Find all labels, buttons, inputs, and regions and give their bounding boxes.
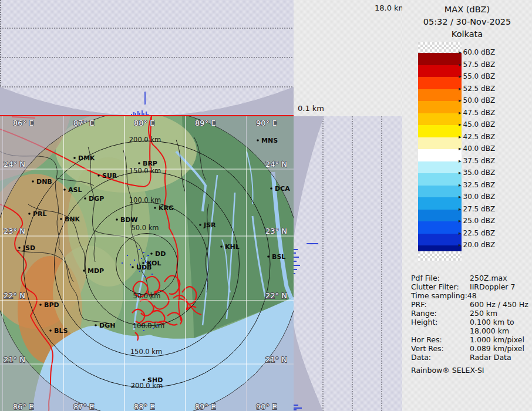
range-ring-label: 50.0 km <box>133 292 160 300</box>
legend-tick-arrow-icon: ▸ <box>459 122 462 127</box>
dbz-color-scale <box>418 42 462 261</box>
city-dot <box>49 329 52 332</box>
legend-tick-arrow-icon: ▸ <box>459 62 462 68</box>
legend-band <box>418 234 462 246</box>
city-dot <box>267 255 270 258</box>
longitude-label: 88° E <box>134 119 154 127</box>
legend-value-label: ▸60.0 dBZ <box>459 48 495 56</box>
city-label-dd: DD <box>155 250 166 258</box>
metadata-row: Hor Res:1.000 km/pixel <box>411 335 528 344</box>
legend-value-label: ▸45.0 dBZ <box>459 120 495 129</box>
longitude-label: 89° E <box>195 119 216 127</box>
legend-value-label: ▸40.0 dBZ <box>459 144 495 153</box>
legend-band <box>418 125 462 137</box>
city-label-dca: DCA <box>275 185 290 193</box>
legend-value-label: ▸22.5 dBZ <box>459 229 495 237</box>
legend-band <box>418 186 462 198</box>
legend-band <box>418 210 462 222</box>
legend-value-label: ▸32.5 dBZ <box>459 181 495 189</box>
city-label-bnk: BNK <box>65 215 80 223</box>
legend-tick-arrow-icon: ▸ <box>459 182 462 188</box>
metadata-row: Time sampling:48 <box>411 291 528 300</box>
latitude-label: 21° N <box>4 355 25 364</box>
legend-value-label: ▸52.5 dBZ <box>459 85 495 93</box>
legend-value-label: ▸20.0 dBZ <box>459 241 495 249</box>
city-dot <box>257 139 259 142</box>
legend-band <box>418 53 462 65</box>
metadata-row: PRF:600 Hz / 450 Hz <box>411 300 528 309</box>
metadata-row: Vert Res:0.089 km/pixel <box>411 344 528 353</box>
city-label-prl: PRL <box>33 210 47 218</box>
top-height-profile-panel <box>0 0 294 116</box>
legend-band <box>418 77 462 89</box>
metadata-row: Data:Radar Data <box>411 353 528 362</box>
legend-tick-arrow-icon: ▸ <box>459 242 462 248</box>
city-label-sur: SUR <box>102 172 117 180</box>
legend-band <box>418 197 462 210</box>
longitude-label: 86° E <box>13 402 33 411</box>
city-dot <box>28 213 31 215</box>
latitude-label: 24° N <box>265 160 287 169</box>
metadata-row: Pdf File:250Z.max <box>411 274 528 282</box>
city-label-mdp: MDP <box>87 267 104 275</box>
city-dot <box>97 174 100 177</box>
city-dot <box>220 245 223 248</box>
city-label-krg: KRG <box>159 204 174 212</box>
city-dot <box>84 197 86 200</box>
height-axis-min-label: 0.1 km <box>298 104 324 113</box>
city-dot <box>154 207 156 209</box>
city-dot <box>143 379 145 381</box>
city-dot <box>83 269 85 272</box>
software-credit: Rainbow® SELEX-SI <box>411 366 484 375</box>
legend-tick-arrow-icon: ▸ <box>459 218 462 224</box>
latitude-label: 21° N <box>265 355 287 364</box>
city-dot <box>18 247 21 249</box>
legend-value-label: ▸47.5 dBZ <box>459 109 495 117</box>
city-dot <box>73 157 76 159</box>
city-label-dgp: DGP <box>89 195 104 203</box>
longitude-label: 87° E <box>73 119 94 127</box>
scan-datetime: 05:32 / 30-Nov-2025 <box>402 16 532 28</box>
product-title: MAX (dBZ) <box>402 4 532 16</box>
city-label-bpd: BPD <box>44 301 59 309</box>
legend-tick-arrow-icon: ▸ <box>459 134 462 140</box>
city-dot <box>95 324 97 326</box>
legend-value-label: ▸30.0 dBZ <box>459 193 495 201</box>
range-ring-label: 200.0 km <box>129 136 161 144</box>
city-label-shd: SHD <box>147 376 163 384</box>
height-axis-max-label: 18.0 km <box>375 4 406 12</box>
range-ring-label: 150.0 km <box>130 348 162 356</box>
range-ring-label: 100.0 km <box>133 322 164 330</box>
legend-value-label: ▸50.0 dBZ <box>459 96 495 105</box>
legend-value-label: ▸27.5 dBZ <box>459 205 495 213</box>
legend-band <box>418 137 462 150</box>
legend-tick-arrow-icon: ▸ <box>459 230 462 236</box>
city-label-udb: UDB <box>136 264 151 271</box>
city-label-mns: MNS <box>261 137 278 144</box>
latitude-label: 24° N <box>4 160 25 169</box>
legend-band <box>418 161 462 174</box>
latitude-label: 22° N <box>265 291 287 300</box>
legend-value-label: ▸55.0 dBZ <box>459 72 495 80</box>
longitude-label: 88° E <box>134 402 154 411</box>
city-dot <box>150 252 153 255</box>
beam-blindzone-wedge <box>294 116 324 240</box>
city-label-dmk: DMK <box>78 154 95 162</box>
longitude-label: 90° E <box>256 402 277 411</box>
title-block: MAX (dBZ) 05:32 / 30-Nov-2025 Kolkata <box>402 4 532 41</box>
legend-tick-arrow-icon: ▸ <box>459 110 462 116</box>
city-dot <box>60 218 62 220</box>
legend-band <box>418 101 462 113</box>
city-label-jsr: JSR <box>203 221 216 229</box>
radar-map-graphic: 200.0 km150.0 km100.0 km50.0 km50.0 km10… <box>0 116 294 411</box>
legend-band <box>418 113 462 126</box>
legend-tick-arrow-icon: ▸ <box>459 73 462 79</box>
echo-profile-spikes <box>132 92 148 116</box>
metadata-row: 18.000 km <box>411 326 528 335</box>
radar-map: 200.0 km150.0 km100.0 km50.0 km50.0 km10… <box>0 116 294 411</box>
longitude-label: 90° E <box>256 119 277 127</box>
right-profile-graphic <box>294 116 403 411</box>
metadata-row: Range:250 km <box>411 309 528 318</box>
metadata-row: Clutter Filter:IIRDoppler 7 <box>411 282 528 291</box>
info-panel: MAX (dBZ) 05:32 / 30-Nov-2025 Kolkata ▸6… <box>402 0 532 411</box>
